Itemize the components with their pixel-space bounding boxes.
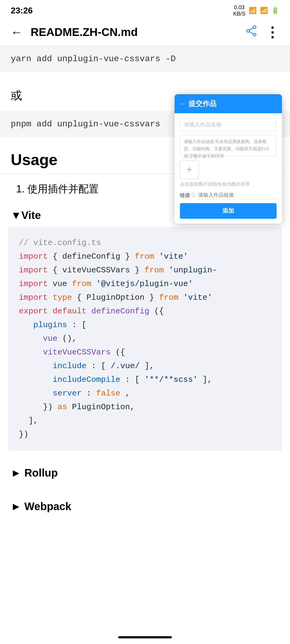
upload-area[interactable]: + — [180, 160, 199, 179]
page-title: README.ZH-CN.md — [31, 26, 237, 39]
code-line-7: vue (), — [19, 332, 271, 346]
code-line-8: viteVueCSSVars ({ — [19, 346, 271, 359]
modal-body: 请输入作品名称 请输入作品描述,可从作品系统架构、业务模型、功能结构、主要页面、… — [175, 113, 282, 224]
submit-button[interactable]: 添加 — [180, 203, 277, 219]
svg-point-2 — [247, 30, 249, 32]
code-line-11: server : false , — [19, 387, 271, 400]
code-line-4: import type { PluginOption } from 'vite' — [19, 291, 271, 305]
info-icon: ⓘ — [191, 192, 195, 198]
status-icons: 0.03KB/S 📶 📶 🔋 — [233, 4, 279, 17]
upload-plus-icon: + — [186, 164, 192, 175]
rollup-section-toggle[interactable]: ► Rollup — [0, 459, 290, 492]
modal-desc-input[interactable]: 请输入作品描述,可从作品系统架构、业务模型、功能结构、主要页面、功能等方面进行介… — [180, 135, 277, 156]
more-button[interactable]: ⋮ — [265, 24, 279, 40]
webpack-section-toggle[interactable]: ► Webpack — [0, 492, 290, 526]
yarn-code-block: yarn add unplugin-vue-cssvars -D — [0, 46, 290, 72]
name-placeholder: 请输入作品名称 — [184, 122, 222, 127]
home-indicator — [118, 636, 172, 638]
code-line-6: plugins : [ — [19, 318, 271, 332]
toolbar: ← README.ZH-CN.md ⋮ — [0, 19, 290, 46]
code-line-comment: // vite.config.ts — [19, 236, 271, 250]
svg-point-1 — [253, 33, 256, 36]
status-time: 23:26 — [11, 6, 33, 16]
signal-icon: 📶 — [260, 7, 268, 14]
code-line-10: includeCompile : [ '**/**scss' ], — [19, 373, 271, 387]
code-line-5: export default defineConfig ({ — [19, 305, 271, 318]
status-bar: 23:26 0.03KB/S 📶 📶 🔋 — [0, 0, 290, 19]
submit-modal: ← 提交作品 请输入作品名称 请输入作品描述,可从作品系统架构、业务模型、功能结… — [175, 94, 282, 224]
pnpm-command: pnpm add unplugin-vue-cssvars — [11, 119, 160, 129]
speed-indicator: 0.03KB/S — [233, 4, 245, 17]
share-button[interactable] — [245, 25, 257, 39]
bottom-bar — [0, 631, 290, 644]
code-line-13: ], — [19, 414, 271, 428]
modal-title: 提交作品 — [189, 99, 216, 108]
yarn-command: yarn add unplugin-vue-cssvars -D — [11, 54, 176, 64]
svg-line-4 — [249, 32, 253, 34]
code-line-3: import vue from '@vitejs/plugin-vue' — [19, 277, 271, 291]
content-area: yarn add unplugin-vue-cssvars -D 或 pnpm … — [0, 46, 290, 526]
link-input[interactable] — [198, 191, 277, 199]
svg-point-0 — [253, 26, 256, 28]
modal-back-button[interactable]: ← — [180, 100, 186, 107]
link-label: 链接 ⓘ — [180, 192, 195, 199]
battery-icon: 🔋 — [271, 7, 279, 14]
code-line-9: include : [ /.vue/ ], — [19, 359, 271, 373]
wifi-icon: 📶 — [249, 7, 257, 14]
code-line-12: }) as PluginOption, — [19, 400, 271, 414]
svg-line-3 — [249, 28, 253, 30]
modal-header: ← 提交作品 — [175, 94, 282, 113]
code-line-14: }) — [19, 428, 271, 441]
modal-name-input[interactable]: 请输入作品名称 — [180, 118, 277, 131]
upload-hint: 点击添加图片说明/长按为图片排序 — [180, 181, 277, 187]
code-line-1: import { defineConfig } from 'vite' — [19, 250, 271, 264]
back-button[interactable]: ← — [11, 25, 23, 39]
link-row: 链接 ⓘ — [180, 191, 277, 199]
desc-placeholder: 请输入作品描述,可从作品系统架构、业务模型、功能结构、主要页面、功能等方面进行介… — [184, 139, 270, 158]
code-line-2: import { viteVueCSSVars } from 'unplugin… — [19, 264, 271, 277]
vite-code-block: // vite.config.ts import { defineConfig … — [8, 227, 282, 451]
